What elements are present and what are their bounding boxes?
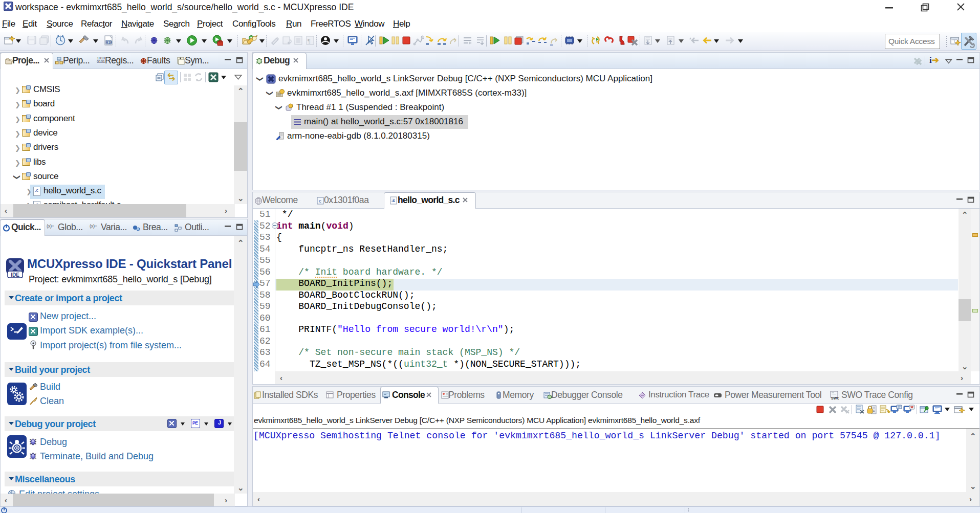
svg-text:c: c xyxy=(319,199,321,204)
svg-text:.c: .c xyxy=(391,198,395,203)
svg-text:SWO: SWO xyxy=(831,396,839,400)
svg-text:010: 010 xyxy=(106,41,113,44)
svg-text:¶: ¶ xyxy=(308,37,311,44)
svg-text:IDE: IDE xyxy=(11,272,19,278)
